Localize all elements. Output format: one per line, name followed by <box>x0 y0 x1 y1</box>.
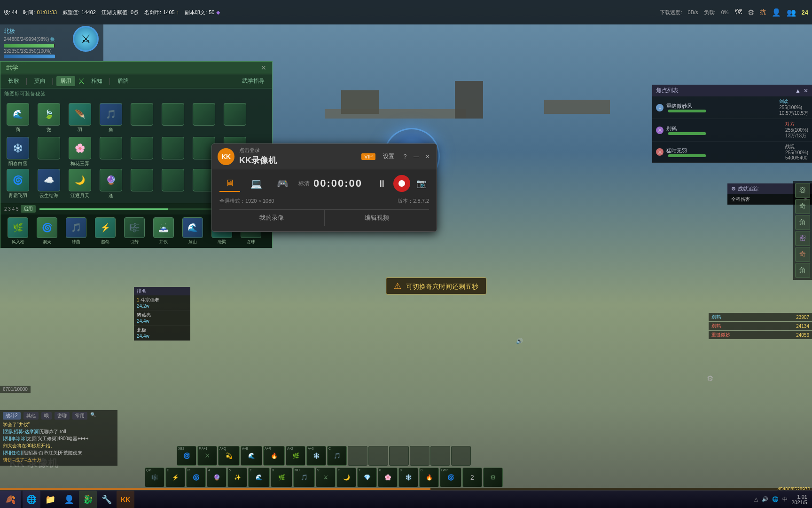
slot-a2[interactable]: A+2 🌿 <box>286 446 305 466</box>
kk-pause-button[interactable]: ⏸ <box>375 176 390 191</box>
kk-tabs: 我的录像 编辑视频 <box>219 209 429 226</box>
minimap-toggle-icon[interactable]: 🗺 <box>734 8 742 16</box>
slot-z[interactable]: Z 🌊 <box>248 468 270 487</box>
focus-hp-bar-1 <box>668 110 706 112</box>
slot-lwin[interactable]: LWin 🌀 <box>440 468 461 487</box>
side-icon-2[interactable]: 奇 <box>795 199 810 214</box>
skill-yunsheng[interactable]: ☁️ 云生结海 <box>35 169 62 199</box>
skill-yangchun[interactable]: ❄️ 阳春白雪 <box>4 137 31 167</box>
slot-xb2[interactable]: XB2 🌀 <box>177 446 196 466</box>
kk-minimize-button[interactable]: — <box>413 153 420 160</box>
skill-yu-label: 羽 <box>66 127 94 133</box>
slot-t[interactable]: T 🌙 <box>336 468 356 487</box>
tab-juyong[interactable]: 居用 <box>56 76 75 86</box>
skill-jiangzhu[interactable]: 🌙 江逐月天 <box>66 169 94 199</box>
taskbar-ime-icon[interactable]: 中 <box>782 496 788 503</box>
side-icon-3[interactable]: 角 <box>795 215 810 230</box>
chat-search-icon[interactable]: 🔍 <box>90 412 96 420</box>
slot-0[interactable]: 0 🔥 <box>419 468 439 487</box>
kk-timer-section: 标清 00:00:00 <box>298 177 369 190</box>
kk-screenshot-button[interactable]: 📷 <box>414 176 429 191</box>
kk-record-button[interactable] <box>393 175 410 192</box>
settings-hud-icon[interactable]: ⚙ <box>748 8 754 17</box>
slot-a3[interactable]: A+3 ❄️ <box>306 446 326 466</box>
chat-tab-combat[interactable]: 战斗2 <box>3 412 21 420</box>
skill-jiyi[interactable]: 🗻 井仪 <box>150 217 177 245</box>
skill-shuqu[interactable]: 🎵 殊曲 <box>62 217 90 245</box>
time-value: 01:01:33 <box>37 9 57 15</box>
skill-yu[interactable]: 🪶 羽 <box>66 103 94 133</box>
player-list-item-1: 1 斗宗强者 24.2w <box>134 295 190 310</box>
gear-settings-icon[interactable]: ⚙ <box>707 374 713 383</box>
tab-wuxue[interactable]: 武学指导 <box>238 76 268 86</box>
skill-raoliang-label: 绕梁 <box>208 239 235 245</box>
slot-9[interactable]: 9 ❄️ <box>398 468 418 487</box>
kk-help-button[interactable]: ? <box>402 153 408 160</box>
slot-v[interactable]: V ⚔ <box>316 468 336 487</box>
tab-moxiang[interactable]: 莫向 <box>31 76 49 86</box>
taskbar-icon-user[interactable]: 👤 <box>60 491 78 508</box>
slot-num2[interactable]: 2 <box>462 468 482 487</box>
skill-partial1[interactable]: 🔮 逢 <box>97 169 125 199</box>
skill-wei[interactable]: 🍃 微 <box>35 103 62 133</box>
martial-close-button[interactable]: ✕ <box>261 64 266 71</box>
slot-qin[interactable]: Qin 🎼 <box>145 468 164 487</box>
slot-aq[interactable]: A+Q 💫 <box>218 446 240 466</box>
taskbar-icon-explorer[interactable]: 📁 <box>41 491 59 508</box>
chat-tab-private[interactable]: 密聊 <box>55 412 70 420</box>
focus-collapse-button[interactable]: ▲ <box>795 87 801 94</box>
skill-yinyu[interactable]: 🎼 引芳 <box>121 217 148 245</box>
taskbar-icon-game[interactable]: 🐉 <box>79 491 97 508</box>
taskbar-icon-kk[interactable]: KK <box>117 491 134 508</box>
slot-r[interactable]: R 🌀 <box>186 468 206 487</box>
slot-e[interactable]: E ⚡ <box>165 468 185 487</box>
taskbar-time-display[interactable]: 1:01 2021/5 <box>791 494 807 505</box>
taskbar-volume-icon[interactable]: 🔊 <box>762 496 768 502</box>
skill-chaoran[interactable]: ⚡ 超然 <box>92 217 119 245</box>
kk-vip-button[interactable]: VIP <box>361 153 375 160</box>
kk-settings-button[interactable]: 设置 <box>383 152 394 160</box>
skill-fengrusong[interactable]: 🌿 风入松 <box>4 217 31 245</box>
tab-xiangzhi[interactable]: 相知 <box>87 76 106 86</box>
kk-source-gamepad-button[interactable]: 🎮 <box>272 175 293 192</box>
taskbar-notify-icon[interactable]: △ <box>754 496 758 502</box>
skill-qingshuang[interactable]: 🌀 青霜飞羽 <box>4 169 31 199</box>
side-icon-1[interactable]: 容 <box>795 183 810 198</box>
taskbar-icon-settings[interactable]: 🔧 <box>98 491 116 508</box>
chat-tab-oh[interactable]: 哦 <box>41 412 52 420</box>
kk-tab-recordings[interactable]: 我的录像 <box>219 210 325 226</box>
skill-jiao[interactable]: 🎵 角 <box>97 103 125 133</box>
skill-meihua[interactable]: 🌸 梅花三弄 <box>66 137 94 167</box>
tab-dunpai[interactable]: 盾牌 <box>114 76 133 86</box>
skill-jianshan[interactable]: 🌊 蒹山 <box>179 217 206 245</box>
side-icon-5[interactable]: 奇 <box>795 247 810 262</box>
slot-mu[interactable]: MU 🎵 <box>293 468 315 487</box>
chat-tab-common[interactable]: 常用 <box>72 412 87 420</box>
river-stat: 江湖贡献值: 0点 <box>102 9 139 16</box>
kk-source-window-button[interactable]: 💻 <box>246 175 266 192</box>
slot-4[interactable]: 4 🔮 <box>207 468 226 487</box>
kk-tab-edit[interactable]: 编辑视频 <box>325 210 429 226</box>
side-icon-4[interactable]: 密 <box>795 231 810 246</box>
focus-close-button[interactable]: ✕ <box>804 87 808 94</box>
taskbar-icon-browser[interactable]: 🌐 <box>23 491 40 508</box>
slot-5[interactable]: 5 ✨ <box>227 468 247 487</box>
taskbar-network-icon[interactable]: 🌐 <box>772 496 779 502</box>
slot-x[interactable]: X 🌿 <box>271 468 292 487</box>
slot-gear-bottom[interactable]: ⚙ <box>483 468 503 487</box>
slot-ae[interactable]: A+E 🌊 <box>241 446 262 466</box>
skill-dongtian[interactable]: 🌀 洞天 <box>33 217 61 245</box>
kk-login-text[interactable]: 点击登录 <box>239 147 277 154</box>
slot-c[interactable]: C 🎵 <box>327 446 347 466</box>
slot-f-a1[interactable]: F A+1 ⚔ <box>197 446 217 466</box>
side-icon-6[interactable]: 角 <box>795 263 810 278</box>
slot-ar[interactable]: A+R 🔥 <box>263 446 285 466</box>
skill-shang[interactable]: 🌊 商 <box>4 103 31 133</box>
tab-changge[interactable]: 长歌 <box>4 76 23 86</box>
taskbar-start-button[interactable]: 🍂 <box>0 491 21 508</box>
kk-close-button[interactable]: ✕ <box>424 153 431 160</box>
slot-7[interactable]: 7 💎 <box>357 468 377 487</box>
chat-tab-other[interactable]: 其他 <box>23 412 39 420</box>
kk-source-screen-button[interactable]: 🖥 <box>219 175 240 192</box>
slot-8[interactable]: 8 🌸 <box>378 468 398 487</box>
